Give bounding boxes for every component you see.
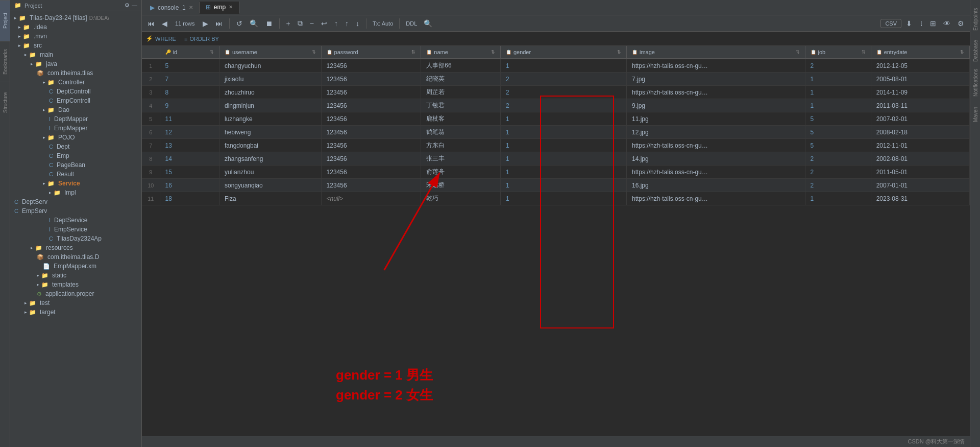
cell-image[interactable]: 12.jpg (627, 126, 805, 139)
cell-name[interactable]: 宋远桥 (421, 179, 501, 192)
cell-entrydate[interactable]: 2005-08-01 (871, 73, 969, 86)
tree-item-controller[interactable]: ▸ 📁Controller (10, 78, 141, 87)
tree-item-deptservice[interactable]: IDeptService (10, 216, 141, 225)
tree-item-impl[interactable]: ▸ 📁Impl (10, 188, 141, 197)
cell-image[interactable]: https://hzh-talis.oss-cn-gu… (627, 59, 805, 73)
cell-entrydate[interactable]: 2023-08-31 (871, 192, 969, 205)
cell-password[interactable]: 123456 (321, 152, 421, 166)
column-btn[interactable]: ⊞ (927, 18, 939, 29)
cell-gender[interactable]: 1 (500, 112, 626, 126)
tree-item--idea[interactable]: ▸ 📁.idea (10, 22, 141, 32)
cell-image[interactable]: 7.jpg (627, 73, 805, 86)
cell-id[interactable]: 14 (160, 152, 219, 166)
download-btn[interactable]: ⬇ (903, 18, 915, 29)
tree-item-deptserv[interactable]: CDeptServ (10, 197, 141, 206)
cell-id[interactable]: 9 (160, 99, 219, 112)
table-row[interactable]: 915yulianzhou123456俞莲舟1https://hzh-talis… (142, 166, 970, 179)
tree-item-tlias-day23-24--tlias-[interactable]: ▸ 📁Tlias-Day23-24 [tlias] D:\IDEA\ (10, 13, 141, 22)
left-tab-structure[interactable]: Structure (0, 82, 10, 123)
cell-username[interactable]: zhangsanfeng (219, 152, 321, 166)
col-password[interactable]: 📋password⇅ (321, 46, 421, 59)
cell-id[interactable]: 13 (160, 139, 219, 152)
cell-job[interactable]: 1 (805, 192, 871, 205)
cell-name[interactable]: 纪晓英 (421, 73, 501, 86)
cell-entrydate[interactable]: 2007-02-01 (871, 112, 969, 126)
cell-username[interactable]: Fiza (219, 192, 321, 205)
cell-password[interactable]: 123456 (321, 86, 421, 99)
left-tab-bookmarks[interactable]: Bookmarks (0, 41, 10, 82)
cell-job[interactable]: 1 (805, 73, 871, 86)
cell-username[interactable]: hebiweng (219, 126, 321, 139)
cell-job[interactable]: 5 (805, 139, 871, 152)
cell-name[interactable]: 周芷若 (421, 86, 501, 99)
tree-item-pagebean[interactable]: CPageBean (10, 160, 141, 170)
tree-item-templates[interactable]: ▸ 📁templates (10, 280, 141, 289)
cell-id[interactable]: 11 (160, 112, 219, 126)
col-image[interactable]: 📋image⇅ (627, 46, 805, 59)
cell-job[interactable]: 1 (805, 99, 871, 112)
tree-item-service[interactable]: ▸ 📁Service (10, 179, 141, 188)
tree-item-dao[interactable]: ▸ 📁Dao (10, 105, 141, 114)
tree-item-empmapper[interactable]: IEmpMapper (10, 124, 141, 133)
right-tab-maven[interactable]: Maven (971, 99, 980, 130)
tree-item-test[interactable]: ▸ 📁test (10, 298, 141, 308)
tree-item-emp[interactable]: CEmp (10, 151, 141, 160)
revert-btn[interactable]: ↩ (318, 18, 330, 29)
table-row[interactable]: 511luzhangke123456鹿杖客111.jpg52007-02-01 (142, 112, 970, 126)
right-tab-notifications[interactable]: Notifications (971, 67, 980, 98)
tree-item--mvn[interactable]: ▸ 📁.mvn (10, 32, 141, 41)
tab-console1[interactable]: ▶ console_1 ✕ (144, 2, 200, 13)
tree-item-main[interactable]: ▸ 📁main (10, 50, 141, 59)
cell-username[interactable]: changyuchun (219, 59, 321, 73)
cell-username[interactable]: fangdongbai (219, 139, 321, 152)
right-tab-endpoints[interactable]: Endpoints (971, 4, 980, 35)
cell-gender[interactable]: 1 (500, 139, 626, 152)
cell-password[interactable]: 123456 (321, 139, 421, 152)
prev-row-btn[interactable]: ◀ (159, 18, 170, 29)
right-tab-database[interactable]: Database (971, 36, 980, 66)
tab-console1-close[interactable]: ✕ (189, 5, 193, 10)
cell-password[interactable]: 123456 (321, 179, 421, 192)
tree-item-empmapper-xm[interactable]: 📄EmpMapper.xm (10, 262, 141, 271)
tree-item-tliasday2324ap[interactable]: CTliasDay2324Ap (10, 234, 141, 243)
col-entrydate[interactable]: 📋entrydate⇅ (871, 46, 969, 59)
next-row-btn[interactable]: ▶ (200, 18, 211, 29)
up-btn[interactable]: ↑ (342, 18, 351, 29)
cell-entrydate[interactable]: 2014-11-09 (871, 86, 969, 99)
cell-job[interactable]: 5 (805, 112, 871, 126)
cell-name[interactable]: 人事部66 (421, 59, 501, 73)
tree-item-pojo[interactable]: ▸ 📁POJO (10, 133, 141, 142)
stop-btn[interactable]: ⏹ (263, 18, 275, 29)
view-btn[interactable]: 👁 (941, 18, 953, 29)
cell-id[interactable]: 12 (160, 126, 219, 139)
cell-gender[interactable]: 1 (500, 192, 626, 205)
tree-item-deptmapper[interactable]: IDeptMapper (10, 114, 141, 124)
csv-export-btn[interactable]: CSV (880, 19, 901, 28)
tree-item-dept[interactable]: CDept (10, 142, 141, 151)
cell-image[interactable]: https://hzh-talis.oss-cn-gu… (627, 86, 805, 99)
table-row[interactable]: 814zhangsanfeng123456张三丰114.jpg22002-08-… (142, 152, 970, 166)
cell-name[interactable]: 鹤笔翁 (421, 126, 501, 139)
tree-item-application-proper[interactable]: ⚙application.proper (10, 289, 141, 298)
tree-item-com-itheima-tlias[interactable]: 📦com.itheima.tlias (10, 68, 141, 78)
cell-job[interactable]: 2 (805, 59, 871, 73)
table-row[interactable]: 27jixiaofu123456纪晓英27.jpg12005-08-01 (142, 73, 970, 86)
cell-entrydate[interactable]: 2012-11-01 (871, 139, 969, 152)
cell-name[interactable]: 张三丰 (421, 152, 501, 166)
cell-gender[interactable]: 1 (500, 166, 626, 179)
cell-username[interactable]: yulianzhou (219, 166, 321, 179)
cell-job[interactable]: 2 (805, 166, 871, 179)
cell-entrydate[interactable]: 2012-12-05 (871, 59, 969, 73)
first-row-btn[interactable]: ⏮ (145, 18, 157, 29)
cell-gender[interactable]: 1 (500, 152, 626, 166)
cell-entrydate[interactable]: 2002-08-01 (871, 152, 969, 166)
tree-item-src[interactable]: ▸ 📁src (10, 41, 141, 50)
cell-password[interactable]: 123456 (321, 126, 421, 139)
cell-entrydate[interactable]: 2007-01-01 (871, 179, 969, 192)
sidebar-close-icon[interactable]: — (132, 2, 137, 9)
cell-name[interactable]: 丁敏君 (421, 99, 501, 112)
tree-item-java[interactable]: ▸ 📁java (10, 59, 141, 68)
cell-gender[interactable]: 1 (500, 59, 626, 73)
cell-password[interactable]: <null> (321, 192, 421, 205)
cell-id[interactable]: 16 (160, 179, 219, 192)
